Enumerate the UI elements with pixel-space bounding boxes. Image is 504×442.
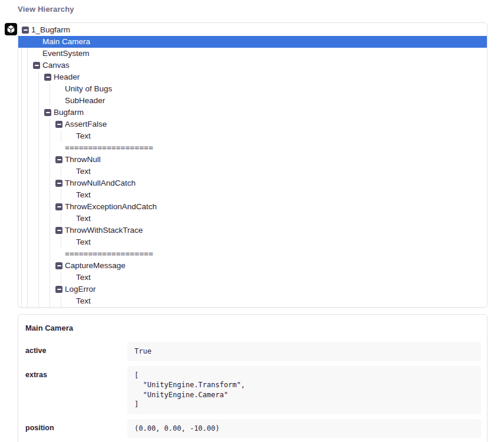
tree-node-canvas[interactable]: Canvas: [18, 60, 487, 71]
tree-node-label: CaptureMessage: [18, 260, 487, 272]
tree-node-label: AssertFalse: [18, 118, 487, 130]
detail-label: extras: [24, 366, 127, 414]
tree-node-label: ===================: [18, 248, 487, 260]
tree-node-label: Text: [18, 272, 487, 283]
tree-node-throwwithstacktrace[interactable]: ThrowWithStackTrace: [18, 225, 487, 236]
tree-node-label: Text: [18, 236, 487, 248]
tree-node-separator[interactable]: ===================: [18, 248, 487, 260]
collapse-minus-icon[interactable]: [55, 227, 62, 234]
tree-node-thrownullandcatch[interactable]: ThrowNullAndCatch: [18, 177, 487, 189]
detail-value: (0.00, 0.00, -10.00): [127, 419, 481, 438]
collapse-minus-icon[interactable]: [55, 121, 62, 128]
tree-node-label: ===================: [18, 142, 487, 154]
tree-node-label: Text: [18, 213, 487, 225]
tree-node-text[interactable]: Text: [18, 130, 487, 142]
tree-node-text[interactable]: Text: [18, 166, 487, 177]
tree-node-label: EventSystem: [18, 48, 487, 60]
unity-icon: [5, 23, 17, 35]
hierarchy-tree: 1_BugfarmMain CameraEventSystemCanvasHea…: [18, 24, 487, 307]
collapse-minus-icon[interactable]: [55, 156, 62, 163]
tree-node-capturemessage[interactable]: CaptureMessage: [18, 260, 487, 272]
tree-node-label: LogError: [18, 283, 487, 295]
collapse-minus-icon[interactable]: [55, 203, 62, 210]
detail-row-position: position (0.00, 0.00, -10.00): [24, 419, 481, 438]
detail-label: active: [24, 342, 127, 361]
tree-node-label: SubHeader: [18, 95, 487, 107]
tree-node-text[interactable]: Text: [18, 272, 487, 283]
tree-node-header[interactable]: Header: [18, 71, 487, 83]
page-title: View Hierarchy: [18, 5, 74, 14]
tree-node-text[interactable]: Text: [18, 295, 487, 307]
tree-node-bugfarm[interactable]: Bugfarm: [18, 107, 487, 118]
hierarchy-tree-panel: 1_BugfarmMain CameraEventSystemCanvasHea…: [18, 22, 487, 308]
tree-node-unity-of-bugs[interactable]: Unity of Bugs: [18, 83, 487, 95]
tree-node-label: ThrowWithStackTrace: [18, 225, 487, 236]
tree-node-label: ThrowExceptionAndCatch: [18, 201, 487, 213]
tree-node-label: Text: [18, 295, 487, 307]
collapse-minus-icon[interactable]: [44, 74, 51, 81]
tree-node-1-bugfarm[interactable]: 1_Bugfarm: [18, 24, 487, 36]
tree-node-text[interactable]: Text: [18, 213, 487, 225]
tree-node-label: Text: [18, 189, 487, 201]
detail-value: [ "UnityEngine.Transform", "UnityEngine.…: [127, 366, 481, 414]
tree-node-label: Header: [18, 71, 487, 83]
collapse-minus-icon[interactable]: [33, 62, 40, 69]
tree-node-label: Text: [18, 130, 487, 142]
details-panel: Main Camera active True extras [ "UnityE…: [18, 314, 487, 442]
tree-node-label: Main Camera: [18, 36, 487, 48]
collapse-minus-icon[interactable]: [22, 27, 29, 34]
tree-node-thrownull[interactable]: ThrowNull: [18, 154, 487, 166]
tree-node-eventsystem[interactable]: EventSystem: [18, 48, 487, 60]
tree-node-label: Unity of Bugs: [18, 83, 487, 95]
collapse-minus-icon[interactable]: [55, 262, 62, 269]
tree-node-separator[interactable]: ===================: [18, 142, 487, 154]
detail-row-active: active True: [24, 342, 481, 361]
tree-node-assertfalse[interactable]: AssertFalse: [18, 118, 487, 130]
tree-node-text[interactable]: Text: [18, 189, 487, 201]
unity-cube-glyph: [6, 24, 16, 34]
tree-node-label: ThrowNull: [18, 154, 487, 166]
detail-value: True: [127, 342, 481, 361]
detail-row-extras: extras [ "UnityEngine.Transform", "Unity…: [24, 366, 481, 414]
tree-node-subheader[interactable]: SubHeader: [18, 95, 487, 107]
detail-label: position: [24, 419, 127, 438]
tree-node-logerror[interactable]: LogError: [18, 283, 487, 295]
tree-node-label: Canvas: [18, 60, 487, 71]
collapse-minus-icon[interactable]: [55, 180, 62, 187]
tree-node-label: 1_Bugfarm: [18, 24, 487, 36]
tree-node-main-camera[interactable]: Main Camera: [18, 36, 487, 48]
tree-node-label: Text: [18, 166, 487, 177]
collapse-minus-icon[interactable]: [55, 286, 62, 293]
tree-node-label: ThrowNullAndCatch: [18, 177, 487, 189]
tree-node-throwexceptionandcatch[interactable]: ThrowExceptionAndCatch: [18, 201, 487, 213]
tree-node-label: Bugfarm: [18, 107, 487, 118]
tree-node-text[interactable]: Text: [18, 236, 487, 248]
collapse-minus-icon[interactable]: [44, 109, 51, 116]
details-title: Main Camera: [24, 315, 481, 342]
